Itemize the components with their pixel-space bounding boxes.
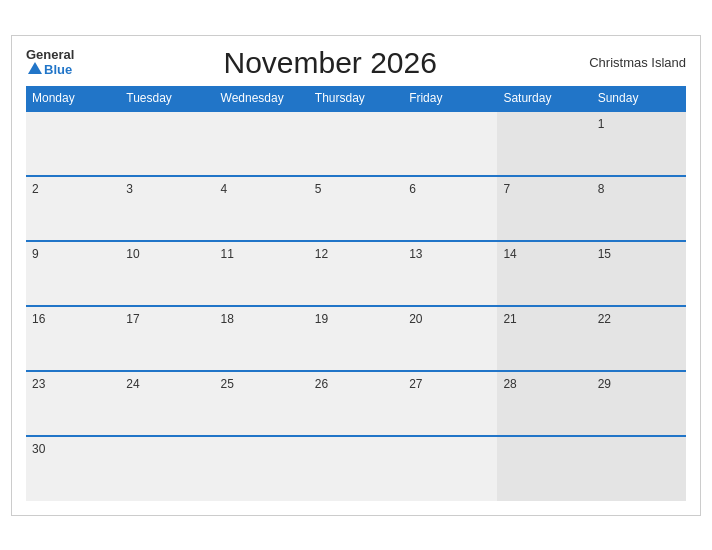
- calendar-week-row: 23242526272829: [26, 371, 686, 436]
- calendar-week-row: 30: [26, 436, 686, 501]
- calendar-table: Monday Tuesday Wednesday Thursday Friday…: [26, 86, 686, 501]
- calendar-day-cell: [403, 436, 497, 501]
- calendar-day-cell: [120, 111, 214, 176]
- calendar-day-cell: [403, 111, 497, 176]
- calendar-day-cell: 17: [120, 306, 214, 371]
- calendar-day-cell: [215, 111, 309, 176]
- logo-triangle-icon: [28, 62, 42, 74]
- calendar-day-cell: 10: [120, 241, 214, 306]
- calendar-day-cell: 20: [403, 306, 497, 371]
- col-sunday: Sunday: [592, 86, 686, 111]
- calendar-day-cell: 21: [497, 306, 591, 371]
- logo-general-text: General: [26, 48, 74, 62]
- calendar-day-cell: [215, 436, 309, 501]
- calendar-day-cell: 16: [26, 306, 120, 371]
- calendar-day-cell: [592, 436, 686, 501]
- col-thursday: Thursday: [309, 86, 403, 111]
- calendar-day-cell: 18: [215, 306, 309, 371]
- calendar-day-cell: 1: [592, 111, 686, 176]
- calendar-day-cell: [309, 111, 403, 176]
- calendar-week-row: 2345678: [26, 176, 686, 241]
- calendar-day-cell: 27: [403, 371, 497, 436]
- calendar-header: General Blue November 2026 Christmas Isl…: [26, 46, 686, 80]
- col-monday: Monday: [26, 86, 120, 111]
- calendar-day-cell: 29: [592, 371, 686, 436]
- calendar-day-cell: 26: [309, 371, 403, 436]
- calendar-day-cell: [497, 436, 591, 501]
- calendar-day-cell: 23: [26, 371, 120, 436]
- logo: General Blue: [26, 48, 74, 77]
- calendar-day-cell: [26, 111, 120, 176]
- calendar-day-cell: 24: [120, 371, 214, 436]
- calendar-wrapper: General Blue November 2026 Christmas Isl…: [11, 35, 701, 516]
- calendar-day-cell: 5: [309, 176, 403, 241]
- calendar-region: Christmas Island: [586, 55, 686, 70]
- weekday-header-row: Monday Tuesday Wednesday Thursday Friday…: [26, 86, 686, 111]
- calendar-day-cell: 25: [215, 371, 309, 436]
- calendar-day-cell: 7: [497, 176, 591, 241]
- calendar-day-cell: 11: [215, 241, 309, 306]
- calendar-day-cell: [309, 436, 403, 501]
- logo-blue-text: Blue: [44, 63, 72, 77]
- calendar-day-cell: 9: [26, 241, 120, 306]
- col-friday: Friday: [403, 86, 497, 111]
- calendar-day-cell: 6: [403, 176, 497, 241]
- calendar-day-cell: [120, 436, 214, 501]
- calendar-day-cell: 14: [497, 241, 591, 306]
- calendar-day-cell: 2: [26, 176, 120, 241]
- calendar-day-cell: 15: [592, 241, 686, 306]
- calendar-week-row: 16171819202122: [26, 306, 686, 371]
- calendar-thead: Monday Tuesday Wednesday Thursday Friday…: [26, 86, 686, 111]
- calendar-day-cell: [497, 111, 591, 176]
- calendar-day-cell: 8: [592, 176, 686, 241]
- calendar-day-cell: 12: [309, 241, 403, 306]
- col-tuesday: Tuesday: [120, 86, 214, 111]
- calendar-day-cell: 13: [403, 241, 497, 306]
- calendar-day-cell: 3: [120, 176, 214, 241]
- col-saturday: Saturday: [497, 86, 591, 111]
- calendar-week-row: 1: [26, 111, 686, 176]
- calendar-week-row: 9101112131415: [26, 241, 686, 306]
- col-wednesday: Wednesday: [215, 86, 309, 111]
- calendar-day-cell: 4: [215, 176, 309, 241]
- calendar-body: 1234567891011121314151617181920212223242…: [26, 111, 686, 501]
- calendar-day-cell: 30: [26, 436, 120, 501]
- calendar-day-cell: 19: [309, 306, 403, 371]
- calendar-title: November 2026: [74, 46, 586, 80]
- calendar-day-cell: 22: [592, 306, 686, 371]
- calendar-day-cell: 28: [497, 371, 591, 436]
